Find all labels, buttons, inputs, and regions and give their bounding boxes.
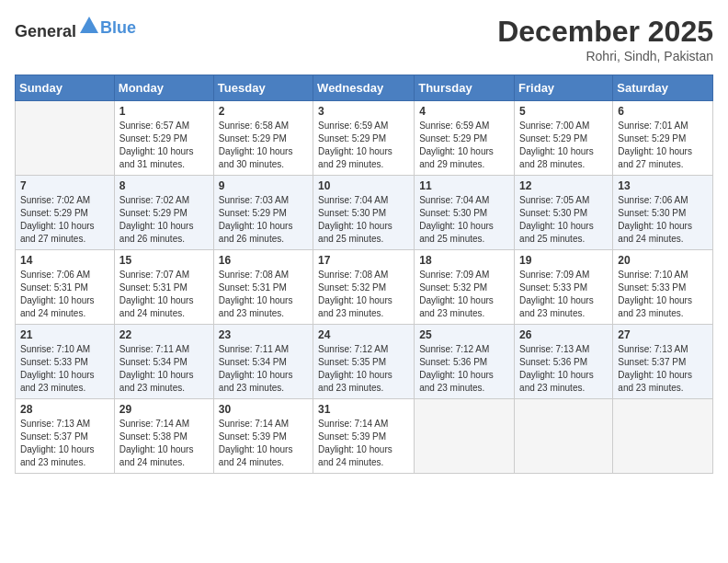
calendar-cell: 30Sunrise: 7:14 AMSunset: 5:39 PMDayligh… <box>213 399 313 474</box>
day-number: 29 <box>119 403 209 416</box>
calendar-cell: 6Sunrise: 7:01 AMSunset: 5:29 PMDaylight… <box>613 101 713 176</box>
day-info: Sunrise: 7:10 AMSunset: 5:33 PMDaylight:… <box>618 269 708 320</box>
day-number: 24 <box>318 328 409 341</box>
weekday-header: Tuesday <box>213 75 313 101</box>
logo-blue: Blue <box>100 18 136 38</box>
day-info: Sunrise: 7:02 AMSunset: 5:29 PMDaylight:… <box>119 194 209 246</box>
day-info: Sunrise: 7:10 AMSunset: 5:33 PMDaylight:… <box>20 343 109 395</box>
day-info: Sunrise: 7:06 AMSunset: 5:30 PMDaylight:… <box>618 194 708 246</box>
calendar-cell: 16Sunrise: 7:08 AMSunset: 5:31 PMDayligh… <box>213 250 313 325</box>
day-info: Sunrise: 7:04 AMSunset: 5:30 PMDaylight:… <box>419 194 509 246</box>
calendar-cell: 7Sunrise: 7:02 AMSunset: 5:29 PMDaylight… <box>16 176 115 250</box>
weekday-header: Wednesday <box>313 75 415 101</box>
weekday-header: Monday <box>114 75 213 101</box>
day-info: Sunrise: 7:01 AMSunset: 5:29 PMDaylight:… <box>618 120 708 171</box>
calendar-cell: 31Sunrise: 7:14 AMSunset: 5:39 PMDayligh… <box>313 399 415 474</box>
calendar-cell: 12Sunrise: 7:05 AMSunset: 5:30 PMDayligh… <box>515 176 613 250</box>
day-number: 7 <box>20 179 109 192</box>
day-info: Sunrise: 7:08 AMSunset: 5:31 PMDaylight:… <box>219 269 308 320</box>
calendar-cell: 11Sunrise: 7:04 AMSunset: 5:30 PMDayligh… <box>415 176 515 250</box>
weekday-header: Sunday <box>16 75 115 101</box>
day-number: 10 <box>318 179 409 192</box>
calendar-cell: 18Sunrise: 7:09 AMSunset: 5:32 PMDayligh… <box>415 250 515 325</box>
day-info: Sunrise: 7:06 AMSunset: 5:31 PMDaylight:… <box>20 269 109 320</box>
calendar-week-row: 14Sunrise: 7:06 AMSunset: 5:31 PMDayligh… <box>16 250 713 325</box>
day-number: 9 <box>219 179 308 192</box>
day-number: 17 <box>318 254 409 267</box>
day-number: 2 <box>219 105 308 118</box>
calendar-cell: 5Sunrise: 7:00 AMSunset: 5:29 PMDaylight… <box>515 101 613 176</box>
calendar-cell: 10Sunrise: 7:04 AMSunset: 5:30 PMDayligh… <box>313 176 415 250</box>
page-header: General Blue December 2025 Rohri, Sindh,… <box>15 15 713 63</box>
calendar-cell: 17Sunrise: 7:08 AMSunset: 5:32 PMDayligh… <box>313 250 415 325</box>
day-number: 11 <box>419 179 509 192</box>
logo-icon <box>78 15 100 37</box>
calendar-cell: 13Sunrise: 7:06 AMSunset: 5:30 PMDayligh… <box>613 176 713 250</box>
calendar-cell: 23Sunrise: 7:11 AMSunset: 5:34 PMDayligh… <box>213 325 313 399</box>
day-number: 15 <box>119 254 209 267</box>
calendar-week-row: 28Sunrise: 7:13 AMSunset: 5:37 PMDayligh… <box>16 399 713 474</box>
calendar-cell <box>613 399 713 474</box>
calendar-cell: 26Sunrise: 7:13 AMSunset: 5:36 PMDayligh… <box>515 325 613 399</box>
day-number: 22 <box>119 328 209 341</box>
day-number: 25 <box>419 328 509 341</box>
calendar-cell: 9Sunrise: 7:03 AMSunset: 5:29 PMDaylight… <box>213 176 313 250</box>
day-info: Sunrise: 6:58 AMSunset: 5:29 PMDaylight:… <box>219 120 308 171</box>
day-number: 13 <box>618 179 708 192</box>
calendar-cell: 25Sunrise: 7:12 AMSunset: 5:36 PMDayligh… <box>415 325 515 399</box>
calendar-cell: 14Sunrise: 7:06 AMSunset: 5:31 PMDayligh… <box>16 250 115 325</box>
day-info: Sunrise: 6:59 AMSunset: 5:29 PMDaylight:… <box>419 120 509 171</box>
day-info: Sunrise: 7:11 AMSunset: 5:34 PMDaylight:… <box>219 343 308 395</box>
day-info: Sunrise: 7:00 AMSunset: 5:29 PMDaylight:… <box>519 120 608 171</box>
day-number: 4 <box>419 105 509 118</box>
logo: General Blue <box>15 15 136 41</box>
calendar-cell: 2Sunrise: 6:58 AMSunset: 5:29 PMDaylight… <box>213 101 313 176</box>
weekday-header: Friday <box>515 75 613 101</box>
day-info: Sunrise: 7:13 AMSunset: 5:37 PMDaylight:… <box>618 343 708 395</box>
day-number: 21 <box>20 328 109 341</box>
day-number: 8 <box>119 179 209 192</box>
day-number: 12 <box>519 179 608 192</box>
calendar-cell <box>16 101 115 176</box>
day-number: 1 <box>119 105 209 118</box>
calendar-week-row: 7Sunrise: 7:02 AMSunset: 5:29 PMDaylight… <box>16 176 713 250</box>
calendar-week-row: 1Sunrise: 6:57 AMSunset: 5:29 PMDaylight… <box>16 101 713 176</box>
day-number: 18 <box>419 254 509 267</box>
day-info: Sunrise: 7:14 AMSunset: 5:39 PMDaylight:… <box>318 418 409 469</box>
calendar-cell <box>415 399 515 474</box>
calendar-cell: 21Sunrise: 7:10 AMSunset: 5:33 PMDayligh… <box>16 325 115 399</box>
day-number: 31 <box>318 403 409 416</box>
day-info: Sunrise: 7:13 AMSunset: 5:36 PMDaylight:… <box>519 343 608 395</box>
calendar-week-row: 21Sunrise: 7:10 AMSunset: 5:33 PMDayligh… <box>16 325 713 399</box>
day-info: Sunrise: 7:14 AMSunset: 5:38 PMDaylight:… <box>119 418 209 469</box>
title-block: December 2025 Rohri, Sindh, Pakistan <box>497 15 713 63</box>
calendar-table: SundayMondayTuesdayWednesdayThursdayFrid… <box>15 75 713 474</box>
day-info: Sunrise: 7:03 AMSunset: 5:29 PMDaylight:… <box>219 194 308 246</box>
weekday-header: Thursday <box>415 75 515 101</box>
day-number: 27 <box>618 328 708 341</box>
calendar-cell: 15Sunrise: 7:07 AMSunset: 5:31 PMDayligh… <box>114 250 213 325</box>
calendar-cell: 22Sunrise: 7:11 AMSunset: 5:34 PMDayligh… <box>114 325 213 399</box>
calendar-cell: 27Sunrise: 7:13 AMSunset: 5:37 PMDayligh… <box>613 325 713 399</box>
day-info: Sunrise: 6:57 AMSunset: 5:29 PMDaylight:… <box>119 120 209 171</box>
day-info: Sunrise: 7:09 AMSunset: 5:33 PMDaylight:… <box>519 269 608 320</box>
calendar-cell <box>515 399 613 474</box>
day-number: 3 <box>318 105 409 118</box>
day-info: Sunrise: 7:11 AMSunset: 5:34 PMDaylight:… <box>119 343 209 395</box>
calendar-cell: 20Sunrise: 7:10 AMSunset: 5:33 PMDayligh… <box>613 250 713 325</box>
day-info: Sunrise: 7:09 AMSunset: 5:32 PMDaylight:… <box>419 269 509 320</box>
logo-general: General <box>15 22 76 40</box>
month-title: December 2025 <box>497 15 713 49</box>
day-number: 30 <box>219 403 308 416</box>
calendar-cell: 29Sunrise: 7:14 AMSunset: 5:38 PMDayligh… <box>114 399 213 474</box>
calendar-header-row: SundayMondayTuesdayWednesdayThursdayFrid… <box>16 75 713 101</box>
day-number: 26 <box>519 328 608 341</box>
day-number: 19 <box>519 254 608 267</box>
day-info: Sunrise: 7:12 AMSunset: 5:35 PMDaylight:… <box>318 343 409 395</box>
logo-text: General <box>15 15 100 41</box>
calendar-cell: 8Sunrise: 7:02 AMSunset: 5:29 PMDaylight… <box>114 176 213 250</box>
calendar-cell: 1Sunrise: 6:57 AMSunset: 5:29 PMDaylight… <box>114 101 213 176</box>
svg-marker-0 <box>80 17 98 33</box>
day-info: Sunrise: 6:59 AMSunset: 5:29 PMDaylight:… <box>318 120 409 171</box>
calendar-cell: 19Sunrise: 7:09 AMSunset: 5:33 PMDayligh… <box>515 250 613 325</box>
